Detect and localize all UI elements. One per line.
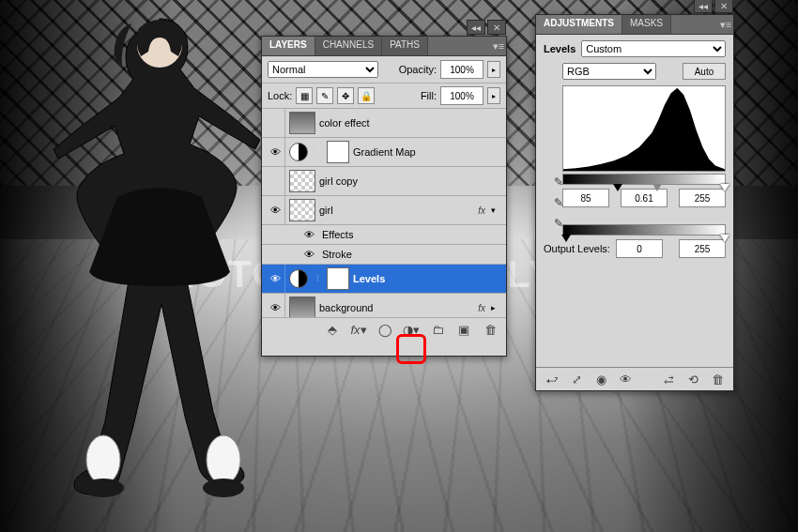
effects-label: Effects (322, 229, 502, 240)
adjustment-icon[interactable] (289, 143, 308, 161)
lock-position-button[interactable]: ✥ (337, 87, 354, 104)
visibility-toggle[interactable]: 👁 (266, 196, 285, 224)
blend-mode-select[interactable]: Normal (268, 61, 378, 78)
layer-name[interactable]: girl copy (319, 175, 502, 187)
layer-name[interactable]: girl (319, 205, 474, 216)
expand-view-button[interactable]: ⤢ (568, 371, 585, 388)
svg-point-4 (203, 479, 244, 497)
panel-menu-button[interactable]: ▾≡ (718, 15, 733, 34)
fill-label: Fill: (421, 90, 437, 101)
visibility-toggle[interactable]: 👁 (299, 225, 318, 244)
link-icon: 𝄄 (312, 146, 323, 158)
input-levels-ramp[interactable] (562, 174, 726, 185)
output-levels-ramp[interactable] (562, 224, 726, 236)
channel-select[interactable]: RGB (562, 63, 656, 80)
new-layer-button[interactable]: ▣ (455, 321, 472, 338)
layer-effect-stroke-row[interactable]: 👁 Stroke (262, 245, 506, 265)
levels-histogram (562, 85, 726, 172)
white-point-slider[interactable] (720, 184, 729, 191)
effect-name[interactable]: Stroke (322, 249, 502, 260)
layers-footer: ⬘ fx▾ ◯ ◑▾ 🗀 ▣ 🗑 (262, 317, 506, 341)
layer-name[interactable]: color effect (319, 117, 502, 129)
panel-collapse-button[interactable]: ◂◂ (694, 0, 713, 13)
adjustments-footer: ⮐ ⤢ ◉ 👁 ⥄ ⟲ 🗑 (536, 367, 733, 390)
adjustment-title: Levels (544, 43, 575, 54)
fill-input[interactable] (440, 86, 483, 105)
layer-name[interactable]: Gradient Map (353, 146, 502, 158)
black-point-slider[interactable] (613, 184, 622, 191)
layer-thumbnail[interactable] (289, 112, 315, 134)
layer-name[interactable]: Levels (353, 273, 502, 284)
layers-blend-row: Normal Opacity: ▸ (262, 56, 506, 84)
layer-effects-row[interactable]: 👁 Effects (262, 225, 506, 245)
new-group-button[interactable]: 🗀 (429, 321, 446, 338)
layer-thumbnail[interactable] (289, 199, 315, 221)
input-white-field[interactable] (679, 189, 726, 207)
lock-transparency-button[interactable]: ▦ (296, 87, 313, 104)
visibility-toggle[interactable] (266, 109, 285, 137)
visibility-toggle[interactable]: 👁 (266, 265, 285, 293)
levels-preset-select[interactable]: Custom (581, 40, 726, 57)
input-black-field[interactable] (562, 189, 609, 207)
layer-thumbnail[interactable] (289, 296, 315, 317)
input-mid-field[interactable] (621, 189, 668, 207)
fx-indicator[interactable]: fx (478, 303, 485, 313)
layers-list[interactable]: color effect 👁 𝄄 Gradient Map girl copy … (262, 109, 506, 317)
panel-menu-button[interactable]: ▾≡ (491, 37, 506, 55)
toggle-visibility-button[interactable]: 👁 (617, 371, 634, 388)
panel-close-button[interactable]: ✕ (487, 20, 506, 35)
clip-to-layer-button[interactable]: ◉ (592, 371, 609, 388)
auto-button[interactable]: Auto (683, 63, 726, 80)
output-black-slider[interactable] (561, 235, 571, 242)
layer-row[interactable]: 👁 girl fx ▾ (262, 196, 506, 225)
lock-pixels-button[interactable]: ✎ (316, 87, 333, 104)
layers-panel: ◂◂ ✕ LAYERS CHANNELS PATHS ▾≡ Normal Opa… (261, 36, 507, 357)
visibility-toggle[interactable]: 👁 (266, 294, 285, 317)
delete-layer-button[interactable]: 🗑 (482, 321, 499, 338)
output-black-field[interactable] (616, 239, 663, 258)
mask-thumbnail[interactable] (327, 141, 349, 163)
adjustment-icon[interactable] (289, 269, 308, 288)
svg-point-3 (83, 479, 124, 497)
layer-row[interactable]: color effect (262, 109, 506, 138)
midpoint-slider[interactable] (652, 184, 662, 191)
visibility-toggle[interactable] (266, 167, 285, 195)
return-to-list-button[interactable]: ⮐ (544, 371, 560, 388)
new-adjustment-layer-button[interactable]: ◑▾ (403, 321, 420, 338)
gray-point-eyedropper-icon[interactable]: ✎ (551, 195, 566, 210)
tab-layers[interactable]: LAYERS (262, 37, 315, 55)
reset-button[interactable]: ⟲ (684, 371, 701, 388)
fill-slider-button[interactable]: ▸ (487, 87, 500, 104)
layer-row-selected[interactable]: 👁 𝄄 Levels (262, 265, 506, 294)
adjustments-panel: ◂◂ ✕ ADJUSTMENTS MASKS ▾≡ Levels Custom … (535, 14, 734, 391)
tab-adjustments[interactable]: ADJUSTMENTS (536, 15, 622, 34)
add-mask-button[interactable]: ◯ (376, 321, 393, 338)
visibility-toggle[interactable]: 👁 (266, 138, 285, 166)
layer-row[interactable]: 👁 background fx ▸ (262, 294, 506, 317)
delete-adjustment-button[interactable]: 🗑 (709, 371, 726, 388)
layer-row[interactable]: 👁 𝄄 Gradient Map (262, 138, 506, 167)
mask-thumbnail[interactable] (327, 267, 349, 290)
visibility-toggle[interactable]: 👁 (299, 245, 318, 264)
previous-state-button[interactable]: ⥄ (660, 371, 677, 388)
tab-paths[interactable]: PATHS (382, 37, 428, 55)
layer-thumbnail[interactable] (289, 170, 315, 192)
output-white-slider[interactable] (720, 235, 729, 242)
tab-masks[interactable]: MASKS (622, 15, 671, 34)
fx-expand-toggle[interactable]: ▾ (491, 205, 502, 215)
fx-indicator[interactable]: fx (478, 205, 485, 216)
opacity-slider-button[interactable]: ▸ (487, 61, 500, 78)
output-white-field[interactable] (679, 239, 726, 258)
link-layers-button[interactable]: ⬘ (324, 321, 341, 338)
tab-channels[interactable]: CHANNELS (315, 37, 382, 55)
panel-collapse-button[interactable]: ◂◂ (467, 20, 485, 35)
panel-close-button[interactable]: ✕ (714, 0, 733, 13)
layers-panel-tabs: LAYERS CHANNELS PATHS ▾≡ (262, 37, 506, 56)
lock-all-button[interactable]: 🔒 (358, 87, 375, 104)
fx-expand-toggle[interactable]: ▸ (491, 303, 502, 312)
layer-style-button[interactable]: fx▾ (350, 321, 367, 338)
svg-point-2 (207, 435, 240, 484)
layer-row[interactable]: girl copy (262, 167, 506, 196)
opacity-input[interactable] (440, 60, 483, 79)
layer-name[interactable]: background (319, 302, 474, 313)
